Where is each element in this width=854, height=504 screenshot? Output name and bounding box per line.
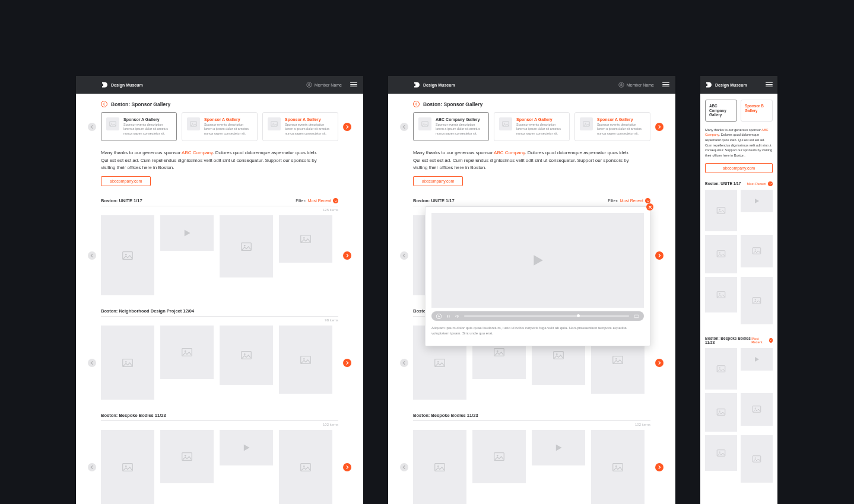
gallery-tile[interactable] xyxy=(705,190,737,231)
gallery-next-button[interactable] xyxy=(343,359,351,367)
gallery-prev-button[interactable] xyxy=(88,251,96,260)
gallery-tile-video[interactable] xyxy=(220,430,273,465)
gallery-tile[interactable] xyxy=(101,430,154,504)
gallery-tile[interactable] xyxy=(705,235,737,273)
sponsor-link[interactable]: ABC Company xyxy=(182,150,212,155)
sponsor-card[interactable]: ABC Company Gallery xyxy=(705,100,737,122)
filter-control[interactable]: Filter: Most Recent xyxy=(296,198,338,203)
carousel-next-button[interactable] xyxy=(343,123,351,131)
gallery-tile[interactable] xyxy=(413,430,466,504)
gallery-tile[interactable] xyxy=(741,277,773,324)
breadcrumb[interactable]: Boston: Sponsor Gallery xyxy=(101,101,338,107)
menu-button[interactable] xyxy=(766,82,773,88)
logo[interactable]: Design Museum xyxy=(705,81,747,88)
gallery-tile[interactable] xyxy=(472,430,526,483)
gallery-next-button[interactable] xyxy=(343,251,351,260)
gallery-tile[interactable] xyxy=(741,235,773,267)
carousel-next-button[interactable] xyxy=(655,123,663,131)
sponsor-card[interactable]: Sponsor A Gallery Sponsor events descrip… xyxy=(574,112,650,141)
gallery-tile[interactable] xyxy=(220,215,273,277)
gallery-tile[interactable] xyxy=(279,215,332,263)
sponsor-card[interactable]: Sponsor A Gallery Sponsor events descrip… xyxy=(494,112,570,141)
member-link[interactable]: Member Name xyxy=(306,82,342,88)
logo[interactable]: Design Museum xyxy=(101,81,143,88)
svg-rect-51 xyxy=(634,315,639,318)
sponsor-card[interactable]: ABC Company Gallery Sponsor events descr… xyxy=(413,112,489,141)
gallery-tile-video[interactable] xyxy=(741,190,773,212)
filter-control[interactable]: Most Recent xyxy=(751,337,773,344)
svg-point-45 xyxy=(437,465,439,467)
logo[interactable]: Design Museum xyxy=(413,81,455,88)
menu-button[interactable] xyxy=(350,82,357,88)
image-icon xyxy=(421,120,429,128)
gallery-prev-button[interactable] xyxy=(88,359,96,367)
image-icon xyxy=(493,346,506,359)
gallery-tile-video[interactable] xyxy=(532,430,585,465)
sponsor-link[interactable]: ABC Company xyxy=(494,150,525,155)
sponsor-card-title: Sponsor A Gallery xyxy=(123,117,172,122)
close-icon xyxy=(648,205,652,209)
gallery-tile[interactable] xyxy=(705,393,737,432)
play-icon xyxy=(554,444,563,452)
sponsor-cta-button[interactable]: abccompany.com xyxy=(705,163,773,173)
play-button-icon[interactable] xyxy=(436,314,442,319)
carousel-prev-button[interactable] xyxy=(400,123,408,131)
svg-point-27 xyxy=(303,465,305,467)
volume-icon[interactable] xyxy=(455,314,459,318)
sponsor-card[interactable]: Sponsor A Gallery Sponsor events descrip… xyxy=(262,112,338,141)
image-icon xyxy=(716,205,726,216)
gallery-next-button[interactable] xyxy=(655,251,663,260)
frame-desktop-default: Design Museum Member Name Boston: Sponso… xyxy=(76,76,363,504)
sponsor-cta-button[interactable]: abccompany.com xyxy=(101,176,151,186)
carousel-prev-button[interactable] xyxy=(88,123,96,131)
sponsor-cta-button[interactable]: abccompany.com xyxy=(413,176,463,186)
svg-point-61 xyxy=(755,299,756,300)
fullscreen-icon[interactable] xyxy=(634,314,639,318)
gallery-tile[interactable] xyxy=(160,326,214,379)
gallery-prev-button[interactable] xyxy=(400,251,408,260)
gallery-tile[interactable] xyxy=(705,348,737,390)
sponsor-card[interactable]: Sponsor B Gallery xyxy=(741,100,773,122)
gallery-tile[interactable] xyxy=(101,326,154,400)
gallery-tile[interactable] xyxy=(101,215,154,295)
gallery-tile-video[interactable] xyxy=(741,348,773,371)
gallery-tile-video[interactable] xyxy=(160,215,214,251)
gallery-tile[interactable] xyxy=(160,430,214,483)
video-player[interactable] xyxy=(431,213,644,308)
sponsor-card[interactable]: Sponsor A Gallery Sponsor events descrip… xyxy=(101,112,177,141)
gallery-tile[interactable] xyxy=(705,435,737,471)
member-link[interactable]: Member Name xyxy=(618,82,654,88)
gallery-prev-button[interactable] xyxy=(400,463,408,471)
gallery-prev-button[interactable] xyxy=(400,359,408,367)
pause-icon[interactable] xyxy=(446,314,450,318)
filter-control[interactable]: Most Recent xyxy=(747,181,773,186)
gallery-tile[interactable] xyxy=(279,430,332,504)
image-icon xyxy=(611,461,624,474)
video-controls[interactable] xyxy=(431,311,644,321)
sponsor-card[interactable]: Sponsor A Gallery Sponsor events descrip… xyxy=(182,112,258,141)
gallery-tile[interactable] xyxy=(279,326,332,394)
gallery-next-button[interactable] xyxy=(343,463,351,471)
filter-control[interactable]: Filter: Most Recent xyxy=(608,198,650,203)
image-icon xyxy=(716,407,726,417)
modal-close-button[interactable] xyxy=(646,203,653,210)
gallery-tile[interactable] xyxy=(741,435,773,483)
back-icon[interactable] xyxy=(101,101,107,107)
gallery-tile[interactable] xyxy=(591,430,645,504)
gallery-tile[interactable] xyxy=(705,277,737,312)
svg-point-21 xyxy=(303,358,305,360)
image-icon xyxy=(189,120,198,128)
svg-point-59 xyxy=(719,293,720,294)
menu-button[interactable] xyxy=(662,82,669,88)
gallery-next-button[interactable] xyxy=(655,359,663,367)
svg-point-13 xyxy=(303,237,305,239)
gallery-tile[interactable] xyxy=(741,393,773,426)
gallery-tile[interactable] xyxy=(220,326,273,385)
seek-bar[interactable] xyxy=(464,315,629,317)
gallery-next-button[interactable] xyxy=(655,463,663,471)
svg-point-63 xyxy=(719,367,720,368)
back-icon[interactable] xyxy=(413,101,420,107)
gallery-prev-button[interactable] xyxy=(88,463,96,471)
breadcrumb[interactable]: Boston: Sponsor Gallery xyxy=(413,101,650,107)
user-icon xyxy=(306,82,312,88)
